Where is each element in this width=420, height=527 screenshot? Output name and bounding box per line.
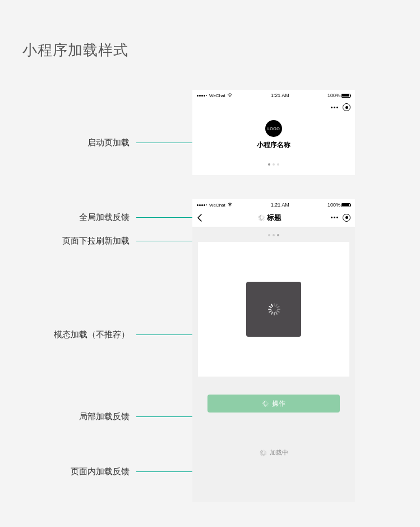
battery-text: 100% bbox=[327, 93, 340, 98]
statusbar: WeChat 1:21 AM 100% bbox=[192, 199, 355, 208]
wifi-icon bbox=[227, 202, 233, 208]
back-button[interactable] bbox=[197, 213, 208, 222]
label-pull: 页面下拉刷新加载 bbox=[62, 236, 130, 246]
label-global: 全局加载反馈 bbox=[79, 212, 130, 223]
label-modal: 模态加载（不推荐） bbox=[54, 329, 130, 340]
loading-spinner-icon bbox=[260, 450, 266, 456]
close-target-icon[interactable] bbox=[343, 214, 350, 222]
inline-loading-text: 加载中 bbox=[270, 448, 288, 457]
action-button-label: 操作 bbox=[272, 399, 285, 409]
svg-point-0 bbox=[229, 96, 230, 97]
loading-spinner-icon bbox=[258, 214, 265, 221]
logo-icon: LOGO bbox=[265, 120, 282, 137]
pull-refresh-indicator bbox=[192, 227, 355, 242]
svg-point-1 bbox=[229, 205, 230, 207]
phone-main: WeChat 1:21 AM 100% 标题 操作 bbox=[192, 199, 355, 502]
launch-content: LOGO 小程序名称 bbox=[192, 116, 355, 166]
loading-dots bbox=[192, 163, 355, 166]
navbar bbox=[192, 99, 355, 116]
modal-loading bbox=[246, 282, 301, 337]
content-area bbox=[198, 242, 349, 377]
battery-icon bbox=[341, 203, 350, 207]
loading-spinner-icon bbox=[262, 400, 269, 407]
menu-icon[interactable] bbox=[331, 217, 338, 218]
action-button[interactable]: 操作 bbox=[207, 395, 340, 413]
time-text: 1:21 AM bbox=[271, 93, 289, 98]
nav-title: 标题 bbox=[267, 213, 281, 223]
statusbar: WeChat 1:21 AM 100% bbox=[192, 90, 355, 99]
carrier-text: WeChat bbox=[209, 93, 225, 98]
label-inline: 页面内加载反馈 bbox=[71, 466, 130, 477]
label-launch: 启动页加载 bbox=[87, 138, 130, 148]
page-title: 小程序加载样式 bbox=[22, 40, 128, 60]
time-text: 1:21 AM bbox=[271, 202, 289, 208]
label-local: 局部加载反馈 bbox=[79, 411, 130, 422]
loading-spinner-icon bbox=[267, 303, 280, 315]
carrier-text: WeChat bbox=[209, 203, 225, 208]
navbar: 标题 bbox=[192, 208, 355, 227]
inline-loading: 加载中 bbox=[192, 448, 355, 457]
menu-icon[interactable] bbox=[331, 107, 338, 108]
battery-text: 100% bbox=[327, 202, 340, 208]
wifi-icon bbox=[227, 93, 233, 98]
battery-icon bbox=[341, 94, 350, 98]
app-name: 小程序名称 bbox=[192, 140, 355, 150]
close-target-icon[interactable] bbox=[343, 103, 350, 111]
phone-launch: WeChat 1:21 AM 100% LOGO 小程序名称 bbox=[192, 90, 355, 175]
